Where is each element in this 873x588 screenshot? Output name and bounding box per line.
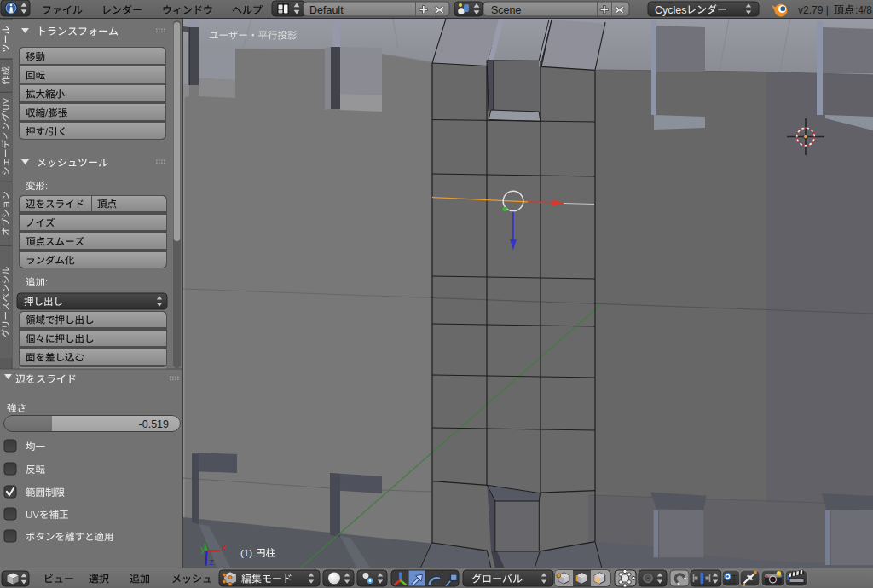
svg-text:x: x <box>222 542 227 552</box>
svg-text:v2.79 |: v2.79 | <box>798 4 829 16</box>
svg-text:-0.519: -0.519 <box>139 418 169 430</box>
svg-text::4/8: :4/8 <box>855 4 872 16</box>
svg-text:Default: Default <box>309 4 344 16</box>
svg-text:(1): (1) <box>240 548 252 558</box>
svg-text:Scene: Scene <box>491 4 521 16</box>
svg-text:y: y <box>201 544 206 554</box>
svg-text:Cycles: Cycles <box>655 4 687 16</box>
svg-text:z: z <box>210 556 214 567</box>
